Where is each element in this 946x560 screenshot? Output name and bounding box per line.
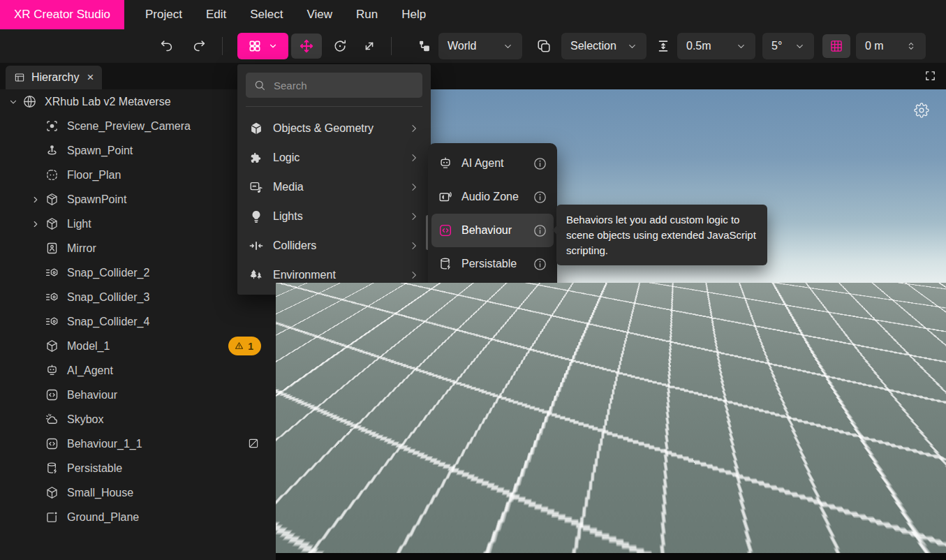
tree-item-behaviour[interactable]: Behaviour — [0, 383, 276, 407]
chevright-icon — [408, 240, 420, 251]
tree-item-mirror[interactable]: Mirror — [0, 236, 276, 260]
menu-select[interactable]: Select — [250, 8, 283, 22]
info-icon[interactable] — [533, 223, 547, 238]
rotate-snap-dropdown[interactable]: 5° — [762, 33, 814, 59]
info-icon[interactable] — [533, 190, 547, 205]
rotate-tool-button[interactable] — [327, 34, 353, 59]
redo-button[interactable] — [186, 34, 212, 59]
tab-hierarchy[interactable]: Hierarchy × — [6, 66, 102, 89]
expander-spacer — [27, 439, 45, 450]
viewport-control-pan: Pan — [332, 527, 368, 546]
menu-run[interactable]: Run — [356, 8, 378, 22]
tree-item-floor-plan[interactable]: Floor_Plan — [0, 163, 276, 187]
tree-item-snap-collider-3[interactable]: Snap_Collider_3 — [0, 285, 276, 309]
pivot-icon — [417, 38, 432, 54]
tree-item-persistable[interactable]: Persistable — [0, 456, 276, 480]
expander-spacer — [27, 316, 45, 327]
axis-neg-x-handle[interactable] — [856, 493, 869, 506]
tree-item-label: SpawnPoint — [67, 193, 126, 206]
close-icon[interactable]: × — [87, 71, 94, 84]
tree-item-label: Ground_Plane — [67, 511, 139, 524]
info-icon[interactable] — [533, 257, 547, 272]
snapcollider-icon — [45, 290, 59, 304]
menu-category-environment[interactable]: Environment — [237, 260, 431, 290]
tree-item-label: Behaviour_1_1 — [67, 438, 142, 450]
transform-gizmo[interactable]: Y Z X — [850, 462, 926, 538]
scale-tool-button[interactable] — [356, 34, 383, 59]
tree-item-scene-preview-camera[interactable]: Scene_Preview_Camera — [0, 114, 276, 138]
tree-item-label: Model_1 — [67, 340, 110, 353]
move-tool-button[interactable] — [291, 34, 322, 59]
menu-category-logic[interactable]: Logic — [237, 143, 431, 172]
tree-item-xrhub-lab-v2-metaverse[interactable]: XRhub Lab v2 Metaverse — [0, 89, 276, 114]
tree-item-label: XRhub Lab v2 Metaverse — [45, 96, 171, 108]
code-icon — [45, 388, 59, 402]
submenu-item-label: Persistable — [461, 258, 524, 270]
chevron-down-icon — [268, 41, 278, 51]
search-box[interactable] — [246, 73, 422, 98]
selection-mode-dropdown[interactable]: Selection — [561, 33, 646, 59]
move-snap-value: 0.5m — [686, 40, 711, 52]
tree-item-model-1[interactable]: Model_11 — [0, 334, 276, 358]
menu-category-lights[interactable]: Lights — [237, 202, 431, 231]
submenu-item-asset[interactable]: Asset — [431, 281, 554, 314]
menu-view[interactable]: View — [306, 8, 332, 22]
height-snap-button[interactable] — [651, 34, 676, 59]
world-space-dropdown[interactable]: World — [438, 33, 522, 59]
warn-icon — [234, 341, 244, 351]
tree-item-skybox[interactable]: Skybox — [0, 407, 276, 432]
search-input[interactable] — [272, 79, 415, 92]
info-icon[interactable] — [533, 156, 547, 171]
viewport-settings-gear-icon[interactable] — [914, 103, 929, 118]
submenu-item-audio-zone[interactable]: Audio Zone — [431, 180, 554, 214]
pivot-toggle-button[interactable] — [409, 34, 440, 59]
menu-category-label: Lights — [273, 210, 399, 223]
tree-item-label: Small_House — [67, 487, 133, 499]
menu-category-objects-geometry[interactable]: Objects & Geometry — [237, 114, 431, 143]
menu-category-media[interactable]: Media — [237, 172, 431, 202]
menu-project[interactable]: Project — [145, 8, 182, 22]
chevron-right-icon[interactable] — [27, 194, 45, 205]
tree-item-ai-agent[interactable]: AI_Agent — [0, 358, 276, 383]
tree-item-spawn-point[interactable]: Spawn_Point — [0, 138, 276, 163]
chevron-down-icon — [795, 41, 805, 52]
add-object-button[interactable] — [237, 33, 288, 59]
app-brand[interactable]: XR Creator Studio — [0, 0, 124, 29]
expander-spacer — [27, 463, 45, 474]
chevright-icon — [408, 152, 420, 163]
info-icon[interactable] — [533, 290, 547, 305]
move-snap-dropdown[interactable]: 0.5m — [677, 33, 755, 59]
undo-button[interactable] — [154, 34, 180, 59]
submenu-item-label: AI Agent — [461, 157, 524, 170]
tree-item-snap-collider-2[interactable]: Snap_Collider_2 — [0, 260, 276, 285]
grid-icon — [829, 39, 843, 53]
skybox-icon — [45, 412, 59, 427]
tree-item-snap-collider-4[interactable]: Snap_Collider_4 — [0, 309, 276, 334]
expander-spacer — [27, 170, 45, 181]
chevron-right-icon[interactable] — [27, 219, 45, 230]
menu-help[interactable]: Help — [401, 8, 426, 22]
grid-height-stepper[interactable]: 0 m — [856, 33, 926, 59]
axis-neg-y-handle[interactable] — [881, 522, 894, 535]
stepper-arrows-icon[interactable] — [906, 40, 917, 52]
submenu-item-persistable[interactable]: Persistable — [431, 247, 554, 281]
chevron-down-icon[interactable] — [4, 96, 22, 108]
expander-spacer — [27, 292, 45, 303]
tree-item-label: Scene_Preview_Camera — [67, 120, 191, 133]
warning-badge[interactable]: 1 — [228, 337, 261, 355]
tree-item-ground-plane[interactable]: Ground_Plane — [0, 505, 276, 529]
tree-item-behaviour-1-1[interactable]: Behaviour_1_1 — [0, 432, 276, 456]
tree-item-small-house[interactable]: Small_House — [0, 480, 276, 505]
tree-item-spawnpoint[interactable]: SpawnPoint — [0, 187, 276, 212]
submenu-item-behaviour[interactable]: Behaviour — [431, 214, 554, 247]
frame-selection-button[interactable] — [531, 34, 557, 59]
menu-edit[interactable]: Edit — [206, 8, 226, 22]
tree-item-light[interactable]: Light — [0, 212, 276, 236]
menu-category-colliders[interactable]: Colliders — [237, 231, 431, 260]
behaviour-tooltip: Behaviors let you add custom logic to sc… — [556, 205, 767, 265]
submenu-item-ai-agent[interactable]: AI Agent — [431, 147, 554, 180]
fullscreen-icon[interactable] — [924, 70, 936, 82]
tree-item-label: Mirror — [67, 242, 96, 255]
expander-spacer — [27, 121, 45, 132]
grid-toggle-button[interactable] — [822, 34, 850, 58]
